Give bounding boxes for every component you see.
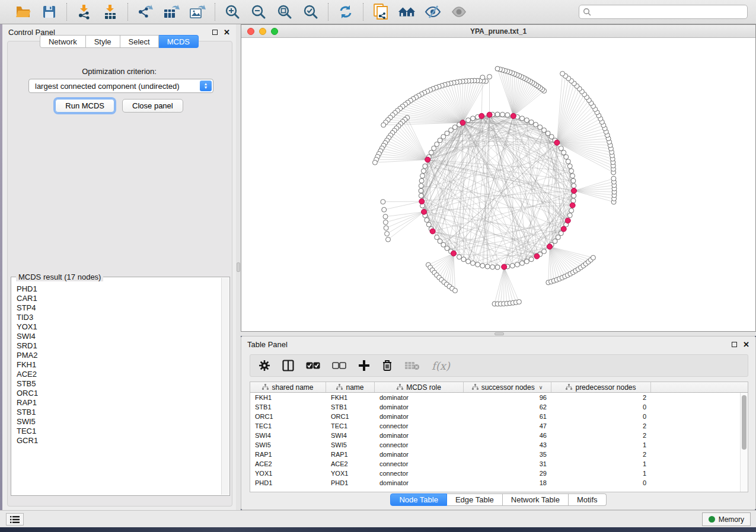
graph-node[interactable] xyxy=(435,235,439,240)
graph-node[interactable] xyxy=(471,116,476,121)
graph-node[interactable] xyxy=(381,200,385,204)
graph-node[interactable] xyxy=(435,142,439,147)
graph-node[interactable] xyxy=(480,264,485,268)
result-list-scrollbar[interactable] xyxy=(221,278,229,495)
mcds-hub-node[interactable] xyxy=(511,113,516,118)
result-node[interactable]: SRD1 xyxy=(17,341,221,351)
export-image-icon[interactable] xyxy=(189,3,206,21)
result-node[interactable]: CAR1 xyxy=(17,294,221,303)
result-node[interactable]: RAP1 xyxy=(17,398,221,408)
mcds-result-list[interactable]: PHD1CAR1STP4TID3YOX1SWI4SRD1PMA2FKH1ACE2… xyxy=(12,281,221,495)
horizontal-splitter[interactable] xyxy=(241,332,756,336)
graph-node[interactable] xyxy=(515,262,519,267)
graph-node[interactable] xyxy=(445,246,449,251)
graph-node[interactable] xyxy=(556,235,560,240)
graph-node[interactable] xyxy=(524,118,529,123)
mcds-hub-node[interactable] xyxy=(561,226,566,232)
graph-node[interactable] xyxy=(571,198,576,203)
mcds-hub-node[interactable] xyxy=(419,199,425,204)
graph-node[interactable] xyxy=(559,146,563,150)
graph-node[interactable] xyxy=(386,237,391,242)
graph-node[interactable] xyxy=(419,193,423,198)
graph-node[interactable] xyxy=(524,259,529,264)
result-node[interactable]: PMA2 xyxy=(17,351,221,360)
mcds-hub-node[interactable] xyxy=(554,140,560,145)
search-input[interactable] xyxy=(592,8,744,16)
column-header-name[interactable]: name xyxy=(326,382,375,392)
float-panel-icon[interactable] xyxy=(212,30,218,35)
graph-node[interactable] xyxy=(452,125,457,130)
close-panel-icon[interactable]: ✕ xyxy=(743,341,749,348)
graph-node[interactable] xyxy=(480,75,485,80)
graph-node[interactable] xyxy=(383,214,388,219)
refresh-layout-icon[interactable] xyxy=(337,3,355,21)
zoom-fit-icon[interactable] xyxy=(276,3,294,21)
graph-node[interactable] xyxy=(553,239,557,243)
graph-node[interactable] xyxy=(591,255,595,260)
home-icon[interactable] xyxy=(398,3,416,21)
run-mcds-button[interactable]: Run MCDS xyxy=(55,99,114,113)
graph-node[interactable] xyxy=(382,207,387,212)
table-row[interactable]: RAP1RAP1dominator352 xyxy=(250,450,748,459)
result-node[interactable]: ORC1 xyxy=(17,389,221,398)
result-node[interactable]: STB5 xyxy=(17,379,221,389)
result-node[interactable]: FKH1 xyxy=(17,360,221,370)
mcds-hub-node[interactable] xyxy=(479,113,484,118)
table-row[interactable]: YOX1YOX1connector291 xyxy=(250,469,748,478)
graph-node[interactable] xyxy=(505,113,510,117)
graph-node[interactable] xyxy=(425,217,429,222)
graph-node[interactable] xyxy=(429,150,433,155)
graph-node[interactable] xyxy=(529,120,534,124)
graph-node[interactable] xyxy=(500,112,505,117)
tab-style[interactable]: Style xyxy=(86,35,120,48)
mcds-hub-node[interactable] xyxy=(422,209,427,214)
graph-node[interactable] xyxy=(567,164,572,169)
graph-node[interactable] xyxy=(457,255,462,259)
result-node[interactable]: TID3 xyxy=(17,313,221,322)
settings-gear-icon[interactable] xyxy=(259,360,270,371)
network-window-titlebar[interactable]: YPA_prune.txt_1 xyxy=(241,25,755,38)
result-node[interactable]: TEC1 xyxy=(17,427,221,436)
graph-node[interactable] xyxy=(569,169,574,174)
mcds-hub-node[interactable] xyxy=(565,218,570,223)
memory-button[interactable]: Memory xyxy=(702,512,751,526)
table-row[interactable]: SWI4SWI4dominator462 xyxy=(250,431,748,440)
graph-node[interactable] xyxy=(419,178,424,183)
mcds-hub-node[interactable] xyxy=(487,112,492,117)
select-all-icon[interactable] xyxy=(306,362,320,369)
graph-node[interactable] xyxy=(570,174,575,178)
graph-node[interactable] xyxy=(560,71,565,76)
table-row[interactable]: ORC1ORC1dominator610 xyxy=(250,412,748,421)
table-scrollbar[interactable] xyxy=(740,393,748,492)
scrollbar-thumb[interactable] xyxy=(742,395,747,450)
mcds-hub-node[interactable] xyxy=(430,229,435,234)
export-network-icon[interactable] xyxy=(136,3,154,21)
graph-node[interactable] xyxy=(461,257,466,262)
tab-motifs[interactable]: Motifs xyxy=(569,493,607,506)
table-row[interactable]: ACE2ACE2connector311 xyxy=(250,459,748,469)
search-field[interactable] xyxy=(579,5,748,19)
function-builder-icon[interactable]: f(x) xyxy=(432,360,450,372)
table-row[interactable]: TEC1TEC1connector472 xyxy=(250,421,748,431)
splitter-grip[interactable] xyxy=(237,262,240,272)
tab-select[interactable]: Select xyxy=(120,35,159,48)
result-node[interactable]: SWI5 xyxy=(17,417,221,427)
graph-node[interactable] xyxy=(534,122,538,127)
graph-node[interactable] xyxy=(571,178,576,183)
vertical-splitter[interactable] xyxy=(236,24,241,510)
graph-node[interactable] xyxy=(453,289,458,293)
column-header-MCDS-role[interactable]: MCDS role xyxy=(375,382,464,392)
delete-table-icon[interactable] xyxy=(404,361,420,370)
graph-node[interactable] xyxy=(471,261,476,265)
tab-mcds[interactable]: MCDS xyxy=(159,35,199,48)
result-node[interactable]: YOX1 xyxy=(17,322,221,332)
graph-node[interactable] xyxy=(542,128,547,133)
graph-node[interactable] xyxy=(487,75,492,79)
float-panel-icon[interactable] xyxy=(732,342,737,347)
graph-node[interactable] xyxy=(385,232,390,236)
result-node[interactable]: SWI4 xyxy=(17,332,221,341)
graph-node[interactable] xyxy=(566,159,570,164)
graph-node[interactable] xyxy=(423,164,428,169)
zoom-out-icon[interactable] xyxy=(250,3,267,21)
mcds-hub-node[interactable] xyxy=(534,254,540,259)
